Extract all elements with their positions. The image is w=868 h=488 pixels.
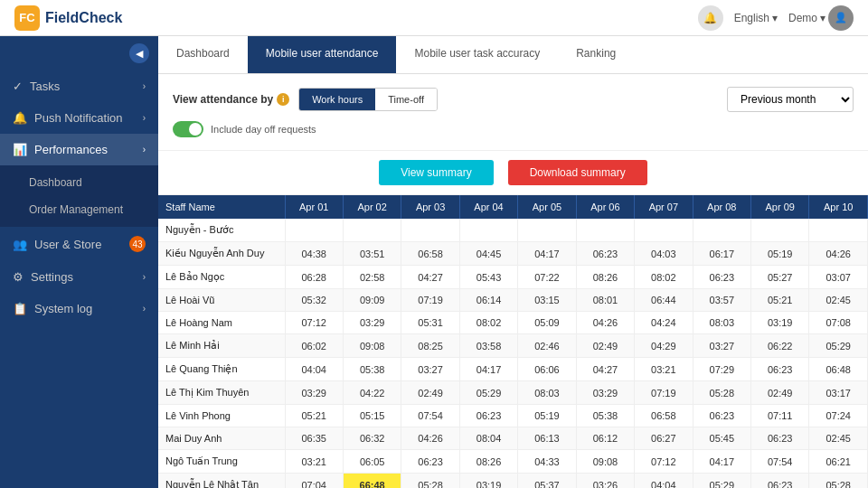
time-cell: 06:28 (285, 266, 343, 289)
logo-icon: FC (14, 5, 40, 31)
time-cell: 08:02 (635, 266, 693, 289)
sidebar-collapse-button[interactable]: ◀ (0, 36, 158, 70)
demo-arrow: ▾ (820, 12, 826, 24)
tab-mobile-user-task-accuracy[interactable]: Mobile user task accuracy (396, 36, 558, 73)
table-row: Lê Thị Kim Thuyên03:2904:2202:4905:2908:… (158, 381, 868, 405)
time-cell: 04:26 (576, 312, 634, 334)
action-bar: View summary Download summary (158, 151, 868, 195)
demo-menu[interactable]: Demo ▾ 👤 (788, 5, 854, 31)
time-cell: 06:23 (693, 266, 750, 289)
time-cell: 05:19 (751, 242, 809, 266)
gear-icon: ⚙ (13, 270, 24, 284)
time-cell: 03:27 (693, 334, 750, 358)
time-cell: 08:26 (459, 450, 517, 474)
time-cell: 08:01 (576, 289, 634, 312)
notification-bell[interactable]: 🔔 (698, 5, 723, 31)
time-cell: 08:25 (401, 334, 459, 358)
time-cell: 04:17 (693, 450, 750, 474)
time-cell (401, 219, 459, 242)
tab-label: Ranking (576, 47, 616, 60)
tab-mobile-user-attendance[interactable]: Mobile user attendance (248, 36, 397, 73)
work-hours-button[interactable]: Work hours (299, 89, 375, 110)
user-store-badge: 43 (129, 236, 146, 252)
time-cell: 08:03 (518, 381, 576, 405)
name-column-header: Staff Name (158, 195, 285, 219)
table-row: Lê Quang Thiện04:0405:3803:2704:1706:060… (158, 358, 868, 381)
sidebar-item-push-notification[interactable]: 🔔 Push Notification › (0, 102, 158, 134)
time-cell (693, 219, 750, 242)
time-cell: 04:17 (518, 242, 576, 266)
time-cell: 06:35 (285, 427, 343, 450)
time-cell: 03:07 (809, 266, 868, 289)
table-row: Lê Hoài Vũ05:3209:0907:1906:1403:1508:01… (158, 289, 868, 312)
time-cell: 08:03 (693, 312, 750, 334)
time-cell: 66:48 (343, 474, 401, 489)
tab-ranking[interactable]: Ranking (558, 36, 634, 73)
time-cell: 06:23 (751, 358, 809, 381)
download-summary-button[interactable]: Download summary (508, 160, 647, 185)
time-cell: 05:38 (343, 358, 401, 381)
time-cell: 05:28 (809, 474, 868, 489)
period-select[interactable]: Previous monthThis monthCustom (727, 87, 854, 112)
time-cell: 06:23 (693, 405, 750, 427)
staff-name-cell: Nguyễn - Bước (158, 219, 285, 242)
view-summary-button[interactable]: View summary (379, 160, 493, 185)
staff-name-cell: Lê Hoàng Nam (158, 312, 285, 334)
date-column-header: Apr 06 (576, 195, 634, 219)
sidebar-sub-item-dashboard[interactable]: Dashboard (0, 169, 158, 196)
sidebar-sub-item-order-management[interactable]: Order Management (0, 196, 158, 223)
time-cell: 03:26 (576, 474, 634, 489)
time-cell: 05:29 (459, 381, 517, 405)
language-selector[interactable]: English ▾ (734, 12, 778, 24)
staff-name-cell: Lê Quang Thiện (158, 358, 285, 381)
time-cell: 07:19 (635, 381, 693, 405)
time-cell: 04:04 (285, 358, 343, 381)
time-cell: 03:57 (693, 289, 750, 312)
time-cell: 06:58 (635, 405, 693, 427)
time-cell: 06:05 (343, 450, 401, 474)
staff-name-cell: Nguyễn Lê Nhật Tân (158, 474, 285, 489)
time-off-button[interactable]: Time-off (375, 89, 437, 110)
sidebar: ◀ ✓ Tasks › 🔔 Push Notification › 📊 Perf… (0, 36, 158, 488)
time-cell: 06:48 (809, 358, 868, 381)
time-cell: 03:19 (459, 474, 517, 489)
time-cell: 06:02 (285, 334, 343, 358)
staff-name-cell: Lê Hoài Vũ (158, 289, 285, 312)
include-day-off-toggle[interactable] (173, 121, 203, 137)
time-cell: 03:51 (343, 242, 401, 266)
attendance-row1: View attendance by i Work hours Time-off… (173, 87, 854, 112)
logo: FC FieldCheck (14, 5, 122, 31)
time-cell: 04:45 (459, 242, 517, 266)
time-cell: 02:49 (751, 381, 809, 405)
date-column-header: Apr 01 (285, 195, 343, 219)
sub-item-label: Order Management (29, 203, 123, 216)
time-cell: 07:11 (751, 405, 809, 427)
attendance-table: Staff NameApr 01Apr 02Apr 03Apr 04Apr 05… (158, 195, 868, 488)
toggle-label: Include day off requests (211, 124, 316, 135)
time-cell: 05:43 (459, 266, 517, 289)
topbar-right: 🔔 English ▾ Demo ▾ 👤 (698, 5, 854, 31)
tab-dashboard[interactable]: Dashboard (158, 36, 248, 73)
time-cell: 04:22 (343, 381, 401, 405)
table-row: Nguyễn Lê Nhật Tân07:0466:4805:2803:1905… (158, 474, 868, 489)
sidebar-item-user-store[interactable]: 👥 User & Store 43 (0, 227, 158, 261)
view-label: View attendance by i (173, 93, 289, 106)
sidebar-item-system-log[interactable]: 📋 System log › (0, 293, 158, 324)
time-cell (576, 219, 634, 242)
time-cell: 06:58 (401, 242, 459, 266)
sidebar-item-performances[interactable]: 📊 Performances › (0, 134, 158, 165)
time-cell: 04:03 (635, 242, 693, 266)
time-cell: 03:29 (576, 381, 634, 405)
info-icon[interactable]: i (277, 93, 289, 106)
time-cell: 06:44 (635, 289, 693, 312)
time-cell: 06:13 (518, 427, 576, 450)
time-cell: 05:21 (751, 289, 809, 312)
time-cell: 05:28 (693, 381, 750, 405)
staff-name-cell: Lê Vinh Phong (158, 405, 285, 427)
chevron-right-icon: › (143, 145, 146, 155)
time-cell: 07:04 (285, 474, 343, 489)
sidebar-item-tasks[interactable]: ✓ Tasks › (0, 70, 158, 102)
time-cell: 03:17 (809, 381, 868, 405)
sidebar-item-settings[interactable]: ⚙ Settings › (0, 261, 158, 293)
time-cell (459, 219, 517, 242)
